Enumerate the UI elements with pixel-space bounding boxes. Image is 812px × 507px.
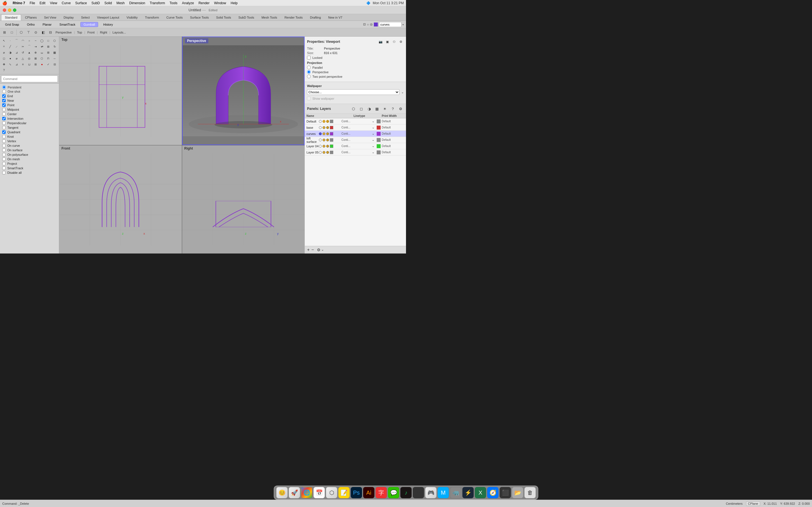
tab-standard[interactable]: Standard xyxy=(1,14,21,20)
two-point-radio[interactable] xyxy=(307,75,311,78)
help-icon[interactable]: ? xyxy=(1,67,7,73)
layer-visibility-base[interactable] xyxy=(319,126,322,129)
object-icon[interactable]: ◻ xyxy=(358,106,364,112)
dimension-tool[interactable]: ↔ xyxy=(52,55,57,61)
tab-solid-tools[interactable]: Solid Tools xyxy=(213,14,234,20)
polyline-tool[interactable]: ⌒ xyxy=(14,38,19,43)
menu-subd[interactable]: SubD xyxy=(91,1,100,5)
offset-tool[interactable]: ⇥ xyxy=(33,44,38,49)
on-curve-checkbox[interactable] xyxy=(2,144,6,147)
layer-row-default[interactable]: Default Conti... ⌄ Default xyxy=(305,118,406,124)
history-button[interactable]: History xyxy=(100,22,116,27)
boolean-tool[interactable]: ⊕ xyxy=(33,50,38,55)
fillet-tool[interactable]: ⌒ xyxy=(27,44,32,49)
torus-tool[interactable]: ◎ xyxy=(27,55,32,61)
layer-color-curves[interactable] xyxy=(330,132,333,135)
planar-button[interactable]: Planar xyxy=(40,22,54,27)
layer-mat-curves[interactable] xyxy=(326,132,329,135)
menu-render[interactable]: Render xyxy=(199,1,209,5)
layer-visibility-05[interactable] xyxy=(319,151,322,154)
persistent-radio[interactable] xyxy=(2,86,6,89)
grid-snap-button[interactable]: Grid Snap xyxy=(2,22,22,27)
layer-mat-default[interactable] xyxy=(326,120,329,123)
tab-surface-tools[interactable]: Surface Tools xyxy=(187,14,212,20)
osnap-on-curve[interactable]: On curve xyxy=(2,144,57,147)
material-icon[interactable]: ◑ xyxy=(366,106,372,112)
viewport-perspective[interactable]: Perspective xyxy=(182,37,305,145)
extend-tool[interactable]: ⟋ xyxy=(14,44,19,49)
layer-visibility-04[interactable] xyxy=(319,145,322,148)
one-shot-radio[interactable] xyxy=(2,90,6,93)
layers-gear-icon[interactable]: ⚙ xyxy=(317,247,320,252)
view-top-icon[interactable]: ⊤ xyxy=(25,29,32,36)
smarttrack-button[interactable]: SmartTrack xyxy=(57,22,78,27)
layers-settings-icon[interactable]: ⚙ xyxy=(398,106,404,112)
remove-layer-button[interactable]: − xyxy=(311,247,314,252)
layer-mat-loft[interactable] xyxy=(326,138,329,142)
menu-help[interactable]: Help xyxy=(231,1,238,5)
mirror-tool[interactable]: ⇄ xyxy=(39,44,45,49)
layer-lock-loft[interactable] xyxy=(322,138,325,142)
shear-tool[interactable]: ⊿ xyxy=(14,61,19,67)
quadrant-checkbox[interactable] xyxy=(2,130,6,134)
knot-checkbox[interactable] xyxy=(2,135,6,138)
osnap-quadrant[interactable]: Quadrant xyxy=(2,130,57,134)
polygon-tool[interactable]: ⬡ xyxy=(52,38,57,43)
layer-color-05[interactable] xyxy=(330,151,333,154)
menu-tools[interactable]: Tools xyxy=(169,1,177,5)
menu-file[interactable]: File xyxy=(30,1,35,5)
project-checkbox[interactable] xyxy=(2,162,6,165)
osnap-vertex[interactable]: Vertex xyxy=(2,139,57,143)
curve-tool[interactable]: ◠ xyxy=(20,38,26,43)
osnap-intersection[interactable]: Intersection xyxy=(2,117,57,120)
layer-mat-base[interactable] xyxy=(326,126,329,129)
osnap-point[interactable]: Point xyxy=(2,103,57,107)
layer-color-default[interactable] xyxy=(330,120,333,123)
menu-solid[interactable]: Solid xyxy=(104,1,112,5)
menu-window[interactable]: Window xyxy=(214,1,226,5)
locked-checkbox[interactable] xyxy=(307,56,311,59)
minimize-button[interactable] xyxy=(8,8,11,12)
menu-surface[interactable]: Surface xyxy=(75,1,87,5)
tab-display[interactable]: Display xyxy=(60,14,77,20)
osnap-knot[interactable]: Knot xyxy=(2,135,57,138)
menu-edit[interactable]: Edit xyxy=(40,1,45,5)
array-tool[interactable]: ⊞ xyxy=(45,44,51,49)
tab-curve-tools[interactable]: Curve Tools xyxy=(163,14,186,20)
line-tool[interactable]: ╱ xyxy=(7,44,13,49)
layer-color-04[interactable] xyxy=(330,145,333,148)
viewport-single-icon[interactable]: □ xyxy=(8,29,15,36)
tab-visibility[interactable]: Visibility xyxy=(123,14,141,20)
patch-tool[interactable]: ⬡ xyxy=(39,55,45,61)
layer-visibility-curves[interactable] xyxy=(319,132,322,135)
osnap-end[interactable]: End xyxy=(2,94,57,98)
tab-drafting[interactable]: Drafting xyxy=(307,14,324,20)
layer-lock-base[interactable] xyxy=(322,126,325,129)
point-tool[interactable]: · xyxy=(7,38,13,43)
pipe-tool[interactable]: ⌀ xyxy=(1,50,7,55)
join-tool[interactable]: ⊞ xyxy=(45,50,51,55)
smarttrack-checkbox[interactable] xyxy=(2,166,6,170)
revolve-tool[interactable]: ↺ xyxy=(20,50,26,55)
tab-cplanes[interactable]: CPlanes xyxy=(22,14,40,20)
menu-mesh[interactable]: Mesh xyxy=(116,1,124,5)
layer-visibility-loft[interactable] xyxy=(319,138,322,142)
rect-tool[interactable]: □ xyxy=(45,38,51,43)
layer-visibility-default[interactable] xyxy=(319,120,322,123)
view-right-icon[interactable]: ◧ xyxy=(40,29,47,36)
tab-subd-tools[interactable]: SubD Tools xyxy=(235,14,257,20)
layer-row-curves[interactable]: curves Conti... ⌄ Default xyxy=(305,131,406,137)
on-polysurface-checkbox[interactable] xyxy=(2,153,6,156)
viewport-right[interactable]: Right xyxy=(182,145,305,254)
mesh-tool[interactable]: ▦ xyxy=(52,50,57,55)
osnap-tangent[interactable]: Tangent xyxy=(2,126,57,129)
layer-mat-05[interactable] xyxy=(326,151,329,154)
layer-lock-curves[interactable] xyxy=(322,132,325,135)
sweep-tool[interactable]: ⊿ xyxy=(14,50,19,55)
osnap-smarttrack[interactable]: SmartTrack xyxy=(2,166,57,170)
rotate-tool[interactable]: ↻ xyxy=(52,44,57,49)
layer-color-base[interactable] xyxy=(330,126,333,129)
tab-new-v7[interactable]: New in V7 xyxy=(325,14,346,20)
analysis-tool[interactable]: ⊟ xyxy=(52,61,57,67)
osnap-on-mesh[interactable]: On mesh xyxy=(2,158,57,161)
